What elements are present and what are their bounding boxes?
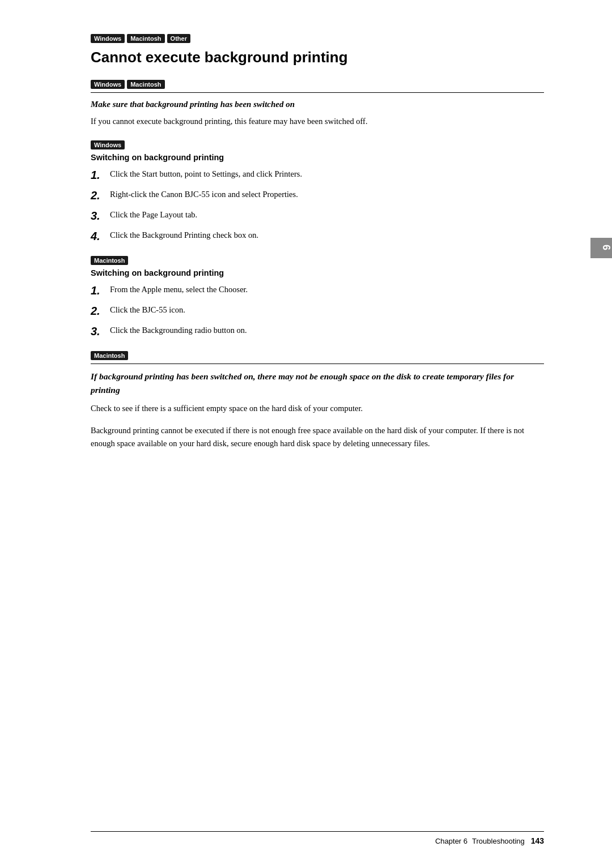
top-tags: Windows Macintosh Other bbox=[91, 34, 544, 43]
windows-step-4: 4. Click the Background Printing check b… bbox=[91, 229, 544, 243]
section1-body: If you cannot execute background printin… bbox=[91, 115, 544, 128]
section2-heading: If background printing has been switched… bbox=[91, 370, 544, 396]
tag-macintosh-sub1: Macintosh bbox=[91, 256, 128, 265]
mac1-step-text-1: From the Apple menu, select the Chooser. bbox=[110, 283, 544, 296]
mac1-step-text-3: Click the Backgrounding radio button on. bbox=[110, 324, 544, 337]
windows-step-1: 1. Click the Start button, point to Sett… bbox=[91, 168, 544, 182]
footer: Chapter 6 Troubleshooting 143 bbox=[91, 831, 544, 845]
windows-sub-heading: Switching on background printing bbox=[91, 153, 544, 162]
windows-step-2: 2. Right-click the Canon BJC-55 icon and… bbox=[91, 188, 544, 203]
section2-body1: Check to see if there is a sufficient em… bbox=[91, 402, 544, 415]
section2-divider bbox=[91, 364, 544, 364]
mac1-step-number-2: 2. bbox=[91, 303, 107, 318]
windows-step-3: 3. Click the Page Layout tab. bbox=[91, 208, 544, 223]
footer-page-number: 143 bbox=[531, 836, 544, 845]
step-number-3: 3. bbox=[91, 208, 107, 223]
step-text-3: Click the Page Layout tab. bbox=[110, 208, 544, 221]
tag-macintosh: Macintosh bbox=[127, 34, 164, 43]
windows-steps: 1. Click the Start button, point to Sett… bbox=[91, 168, 544, 243]
mac1-step-number-3: 3. bbox=[91, 324, 107, 339]
mac1-step-text-2: Click the BJC-55 icon. bbox=[110, 303, 544, 317]
step-text-1: Click the Start button, point to Setting… bbox=[110, 168, 544, 181]
mac1-step-number-1: 1. bbox=[91, 283, 107, 298]
step-number-1: 1. bbox=[91, 168, 107, 182]
tag-windows-sub: Windows bbox=[91, 140, 125, 149]
macintosh1-sub-heading: Switching on background printing bbox=[91, 268, 544, 277]
tag-windows: Windows bbox=[91, 34, 125, 43]
page: Windows Macintosh Other Cannot execute b… bbox=[0, 0, 612, 868]
macintosh1-tag-row: Macintosh bbox=[91, 256, 544, 265]
section2: Macintosh If background printing has bee… bbox=[91, 351, 544, 450]
tag-macintosh-sub2: Macintosh bbox=[91, 351, 128, 360]
tag-other: Other bbox=[167, 34, 190, 43]
macintosh-section1: Macintosh Switching on background printi… bbox=[91, 256, 544, 339]
mac1-step-2: 2. Click the BJC-55 icon. bbox=[91, 303, 544, 318]
footer-chapter: Chapter 6 bbox=[435, 837, 468, 845]
section2-tag-row: Macintosh bbox=[91, 351, 544, 360]
macintosh1-steps: 1. From the Apple menu, select the Choos… bbox=[91, 283, 544, 339]
section1: Windows Macintosh Make sure that backgro… bbox=[91, 80, 544, 128]
chapter-tab: 6 bbox=[590, 238, 612, 258]
section1-tag-windows: Windows bbox=[91, 80, 125, 89]
step-text-4: Click the Background Printing check box … bbox=[110, 229, 544, 242]
section2-body2: Background printing cannot be executed i… bbox=[91, 424, 544, 450]
section1-divider bbox=[91, 92, 544, 93]
mac1-step-3: 3. Click the Backgrounding radio button … bbox=[91, 324, 544, 339]
section1-tag-macintosh: Macintosh bbox=[127, 80, 164, 89]
windows-section: Windows Switching on background printing… bbox=[91, 140, 544, 243]
section1-tags: Windows Macintosh bbox=[91, 80, 544, 89]
step-number-2: 2. bbox=[91, 188, 107, 203]
step-number-4: 4. bbox=[91, 229, 107, 243]
step-text-2: Right-click the Canon BJC-55 icon and se… bbox=[110, 188, 544, 201]
page-title: Cannot execute background printing bbox=[91, 49, 544, 66]
footer-section: Troubleshooting bbox=[472, 837, 525, 845]
windows-tag-row: Windows bbox=[91, 140, 544, 149]
mac1-step-1: 1. From the Apple menu, select the Choos… bbox=[91, 283, 544, 298]
section1-heading: Make sure that background printing has b… bbox=[91, 99, 544, 110]
